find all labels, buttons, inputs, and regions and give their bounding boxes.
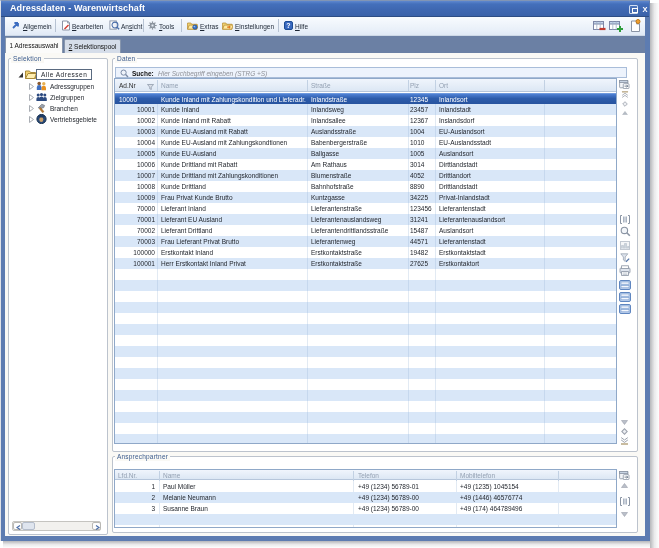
svg-text:?: ? bbox=[286, 22, 290, 29]
